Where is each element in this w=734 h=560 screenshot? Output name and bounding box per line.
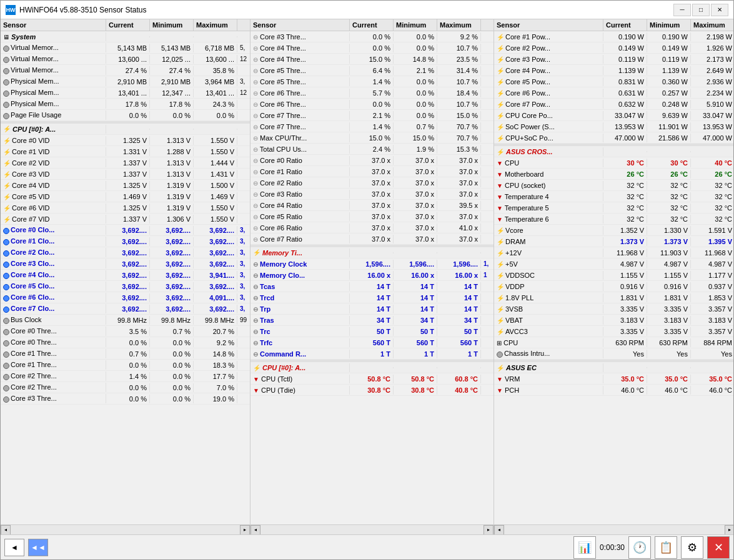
list-item: ⚡VBAT 3.183 V 3.183 V 3.183 V [494,315,733,326]
hscroll-right-3[interactable]: ▸ [725,525,733,535]
list-item: ⊖ Core #1 Ratio 37.0 x 37.0 x 37.0 x [250,166,493,177]
list-item: Core #5 Clo... 3,692.... 3,692.... 3,692… [1,281,250,292]
list-item: ⚡Core #2 Pow... 0.149 W 0.149 W 1.926 W [494,42,733,54]
list-item: Core #0 Thre... 3.5 % 0.7 % 20.7 % [1,326,250,337]
group-memory: ⚡Memory Ti... [250,247,493,258]
group-asus: ⚡ASUS CROS... [494,146,733,157]
list-item: Virtual Memor... 5,143 MB 5,143 MB 6,718… [1,42,250,54]
titlebar: HW HWiNFO64 v5.88-3510 Sensor Status ─ □… [1,1,733,19]
col-sensor-3: Sensor [494,19,603,31]
col-sensor-1: Sensor [1,19,106,31]
clock-button[interactable]: 🕐 [628,536,651,559]
list-item: ⊖ Core #4 Thre... 15.0 % 14.8 % 23.5 % [250,54,493,65]
hscroll-left-3[interactable]: ◂ [494,525,504,535]
list-item: ⊖ Core #4 Thre... 0.0 % 0.0 % 10.7 % [250,42,493,54]
col-maximum-3: Maximum [691,19,733,31]
panel1-body[interactable]: 🖥 System Virtual Memor... 5,143 MB 5,143… [1,31,250,524]
list-item: Core #2 Thre... 0.0 % 0.0 % 7.0 % [1,382,250,393]
list-item: ⚡Core #7 Pow... 0.632 W 0.248 W 5.910 W [494,99,733,110]
list-item: ⊖ Core #6 Thre... 5.7 % 0.0 % 18.4 % [250,87,493,99]
list-item: ⚡Core #7 VID 1.337 V 1.306 V 1.550 V [1,214,250,225]
list-item: ⚡SoC Power (S... 13.953 W 11.901 W 13.95… [494,121,733,132]
list-item: ⚡VDDP 0.916 V 0.916 V 0.937 V [494,281,733,292]
list-item: ▼ CPU (socket) 32 °C 32 °C 32 °C [494,180,733,191]
list-item: ⚡+12V 11.968 V 11.903 V 11.968 V [494,247,733,258]
panel3-body[interactable]: ⚡Core #1 Pow... 0.190 W 0.190 W 2.198 W … [494,31,733,524]
col-extra-1 [237,19,250,31]
list-item: Core #3 Thre... 0.0 % 0.0 % 19.0 % [1,393,250,405]
list-item: ⊖ Trcd 14 T 14 T 14 T [250,292,493,303]
hscroll-left-1[interactable]: ◂ [1,525,11,535]
window-controls: ─ □ ✕ [673,4,728,16]
group-asus-ec: ⚡ASUS EC [494,362,733,373]
hscroll-track-2[interactable] [260,525,484,535]
list-item: ⚡Core #1 Pow... 0.190 W 0.190 W 2.198 W [494,31,733,42]
main-window: HW HWiNFO64 v5.88-3510 Sensor Status ─ □… [0,0,734,560]
list-item: Core #2 Thre... 1.4 % 0.0 % 17.7 % [1,371,250,382]
list-item: ⊖ Trp 14 T 14 T 14 T [250,303,493,315]
export-button[interactable]: 📋 [655,536,677,559]
close-button[interactable]: ✕ [711,4,728,16]
list-item: ⚡Core #4 VID 1.325 V 1.319 V 1.500 V [1,180,250,191]
list-item: Page File Usage 0.0 % 0.0 % 0.0 % [1,110,250,121]
list-item: Core #2 Clo... 3,692.... 3,692.... 3,692… [1,247,250,258]
prev-button[interactable]: ◄ [4,539,24,556]
col-minimum-3: Minimum [647,19,691,31]
maximize-button[interactable]: □ [692,4,710,16]
list-item: Bus Clock 99.8 MHz 99.8 MHz 99.8 MHz 99 [1,315,250,326]
list-item: ⊖ Core #5 Thre... 6.4 % 2.1 % 31.4 % [250,65,493,76]
hscroll-track-3[interactable] [504,525,725,535]
list-item: Core #0 Thre... 0.0 % 0.0 % 9.2 % [1,337,250,348]
list-item: ⚡Core #3 VID 1.337 V 1.313 V 1.431 V [1,169,250,180]
bottom-toolbar: ◄ ◄◄ 📊 0:00:30 🕐 📋 ⚙ ✕ [1,534,733,559]
content-area: Sensor Current Minimum Maximum 🖥 System [1,19,733,534]
col-minimum-2: Minimum [394,19,437,31]
group-cpu: ⚡CPU [#0]: A... [1,124,250,135]
list-item: ▼ Temperature 5 32 °C 32 °C 32 °C [494,202,733,214]
list-item: ▼ Temperature 6 32 °C 32 °C 32 °C [494,214,733,225]
panel3-header: Sensor Current Minimum Maximum [494,19,733,31]
panel2-body[interactable]: ⊖ Core #3 Thre... 0.0 % 0.0 % 9.2 % ⊖ Co… [250,31,493,524]
list-item: ⚡1.8V PLL 1.831 V 1.831 V 1.853 V [494,292,733,303]
prev-prev-button[interactable]: ◄◄ [28,539,48,556]
list-item: ⚡Core #6 Pow... 0.631 W 0.257 W 2.234 W [494,87,733,99]
list-item: ⚡Core #0 VID 1.325 V 1.313 V 1.550 V [1,135,250,146]
app-icon: HW [6,5,16,15]
col-sensor-2: Sensor [250,19,350,31]
list-item: ⊖ Trfc 560 T 560 T 560 T [250,337,493,348]
col-maximum-1: Maximum [194,19,237,31]
list-item: ▼ CPU (Tdie) 30.8 °C 30.8 °C 40.8 °C [250,385,493,396]
list-item: ⊖ Memory Clo... 16.00 x 16.00 x 16.00 x … [250,270,493,281]
hscroll-3: ◂ ▸ [494,524,733,534]
list-item: Physical Mem... 2,910 MB 2,910 MB 3,964 … [1,76,250,87]
list-item: ⊖ Max CPU/Thr... 15.0 % 15.0 % 70.7 % [250,132,493,144]
list-item: ⊖ Core #3 Thre... 0.0 % 0.0 % 9.2 % [250,31,493,42]
group-label-system: 🖥 System [1,32,106,41]
hscroll-right-1[interactable]: ▸ [240,525,250,535]
graph-button[interactable]: 📊 [573,536,596,559]
list-item: ▼ PCH 46.0 °C 46.0 °C 46.0 °C [494,385,733,396]
hscroll-track-1[interactable] [11,525,240,535]
hscroll-left-2[interactable]: ◂ [250,525,260,535]
list-item: ▼ CPU 30 °C 30 °C 40 °C [494,157,733,169]
col-current-2: Current [350,19,394,31]
minimize-button[interactable]: ─ [673,4,691,16]
list-item: Core #3 Clo... 3,692.... 3,692.... 3,692… [1,258,250,270]
close-bottom-button[interactable]: ✕ [707,536,730,559]
hscroll-right-2[interactable]: ▸ [484,525,493,535]
list-item: ⚡Core #5 Pow... 0.831 W 0.360 W 2.936 W [494,76,733,87]
list-item: ⚡Core #2 VID 1.337 V 1.313 V 1.444 V [1,157,250,169]
list-item: ⚡3VSB 3.335 V 3.335 V 3.357 V [494,303,733,315]
panel-cpu-detail: Sensor Current Minimum Maximum ⊖ Core #3… [250,19,494,534]
list-item: Core #4 Clo... 3,692.... 3,692.... 3,941… [1,270,250,281]
timer-value: 0:00:30 [600,543,625,552]
list-item: ⚡Core #1 VID 1.331 V 1.288 V 1.550 V [1,146,250,157]
list-item: Physical Mem... 17.8 % 17.8 % 24.3 % [1,99,250,110]
settings-button[interactable]: ⚙ [681,536,703,559]
list-item: Chassis Intru... Yes Yes Yes [494,348,733,360]
list-item: ⚡Core #3 Pow... 0.119 W 0.119 W 2.173 W [494,54,733,65]
list-item: ⊖ Tras 34 T 34 T 34 T [250,315,493,326]
col-maximum-2: Maximum [437,19,481,31]
list-item: Virtual Memor... 13,600 ... 12,025 ... 1… [1,54,250,65]
group-system: 🖥 System [1,31,250,42]
